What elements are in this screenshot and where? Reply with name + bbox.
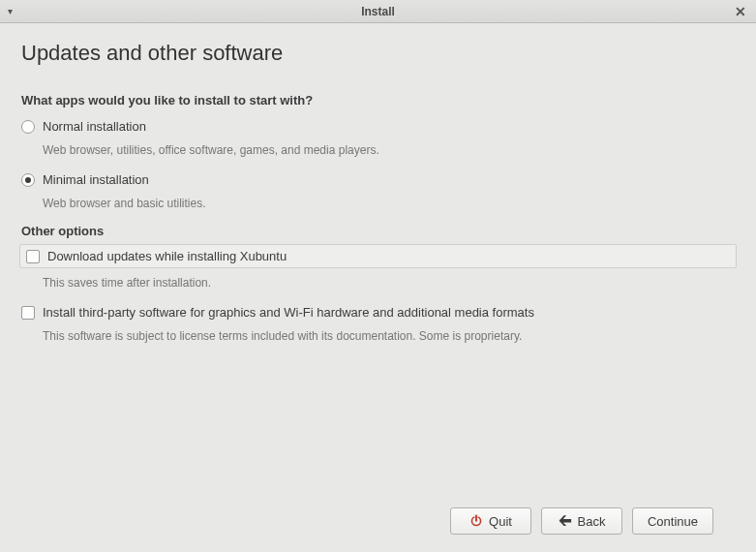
other-options-label: Other options bbox=[21, 224, 735, 238]
checkbox-icon[interactable] bbox=[21, 306, 35, 320]
close-icon[interactable]: ✕ bbox=[725, 4, 756, 19]
menu-dropdown-icon[interactable]: ▾ bbox=[0, 6, 20, 16]
radio-minimal-installation[interactable]: Minimal installation bbox=[21, 170, 735, 189]
page-title: Updates and other software bbox=[21, 41, 735, 66]
continue-button[interactable]: Continue bbox=[632, 507, 713, 535]
radio-icon[interactable] bbox=[21, 120, 35, 134]
continue-button-label: Continue bbox=[648, 514, 698, 529]
checkbox-icon[interactable] bbox=[26, 250, 40, 263]
button-bar: Quit 🡰 Back Continue bbox=[21, 492, 735, 552]
third-party-desc: This software is subject to license term… bbox=[43, 329, 735, 343]
back-button[interactable]: 🡰 Back bbox=[541, 507, 622, 535]
checkbox-third-party[interactable]: Install third-party software for graphic… bbox=[21, 303, 735, 322]
radio-label: Normal installation bbox=[43, 119, 146, 134]
back-arrow-icon: 🡰 bbox=[559, 514, 572, 528]
radio-icon[interactable] bbox=[21, 173, 35, 187]
back-button-label: Back bbox=[578, 514, 606, 529]
checkbox-download-updates[interactable]: Download updates while installing Xubunt… bbox=[19, 244, 737, 268]
radio-normal-installation[interactable]: Normal installation bbox=[21, 117, 735, 136]
checkbox-label: Download updates while installing Xubunt… bbox=[47, 249, 287, 263]
titlebar: ▾ Install ✕ bbox=[0, 0, 756, 23]
quit-button[interactable]: Quit bbox=[450, 507, 531, 535]
checkbox-label: Install third-party software for graphic… bbox=[43, 305, 534, 320]
window-title: Install bbox=[361, 5, 395, 18]
quit-button-label: Quit bbox=[489, 514, 512, 529]
power-icon bbox=[469, 514, 483, 528]
radio-label: Minimal installation bbox=[43, 172, 149, 187]
download-updates-desc: This saves time after installation. bbox=[43, 276, 735, 290]
apps-question: What apps would you like to install to s… bbox=[21, 93, 735, 107]
normal-installation-desc: Web browser, utilities, office software,… bbox=[43, 143, 735, 157]
main-content: Updates and other software What apps wou… bbox=[0, 23, 756, 552]
minimal-installation-desc: Web browser and basic utilities. bbox=[43, 197, 735, 210]
